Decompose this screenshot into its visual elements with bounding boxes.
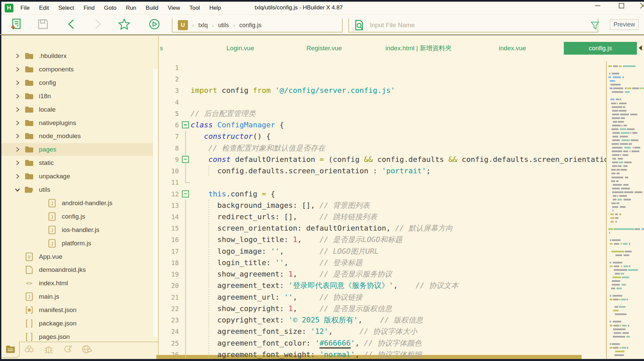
- minimap-line: [621, 132, 630, 134]
- tree-item--hbuilderx[interactable]: .hbuilderx: [1, 50, 158, 62]
- tree-item-utils[interactable]: utils: [1, 183, 158, 196]
- fold-collapse-icon[interactable]: [182, 121, 189, 128]
- file-explorer: .hbuilderxcomponentsconfigi18nlocalenati…: [1, 35, 159, 359]
- fold-collapse-icon[interactable]: [182, 156, 189, 163]
- panel-tab-search-icon[interactable]: [24, 345, 34, 354]
- sidebar-scrollbar[interactable]: [153, 69, 158, 337]
- menu-select[interactable]: Select: [58, 5, 74, 11]
- svg-text:J: J: [51, 214, 53, 220]
- minimap-line: [612, 154, 620, 156]
- save-button[interactable]: [36, 17, 50, 31]
- tree-item-unpackage[interactable]: unpackage: [1, 170, 158, 183]
- tree-item-config[interactable]: config: [1, 76, 158, 89]
- minimap-line: [610, 87, 612, 89]
- folder-icon: [24, 106, 34, 114]
- chevron-right-icon: ›: [192, 22, 194, 28]
- tree-item-app-vue[interactable]: VApp.vue: [1, 250, 158, 263]
- tree-item-i18n[interactable]: i18n: [1, 90, 158, 103]
- preview-button[interactable]: Preview: [610, 19, 639, 30]
- forward-button[interactable]: [91, 17, 105, 31]
- folder-open-icon: [24, 186, 34, 194]
- tree-item-nativeplugins[interactable]: nativeplugins: [1, 117, 158, 129]
- minimap-line: [625, 87, 627, 89]
- line-number: 5: [159, 108, 179, 119]
- tree-item-static[interactable]: static: [1, 157, 158, 169]
- minimap-line: [622, 347, 626, 349]
- tree-item-package-json[interactable]: package.json: [1, 317, 158, 330]
- minimap-line: [610, 321, 611, 322]
- folder-icon: [24, 65, 34, 73]
- breadcrumb-file[interactable]: config.js: [239, 22, 261, 29]
- search-input[interactable]: Input File Name: [370, 21, 415, 29]
- line-number: 21: [159, 292, 179, 303]
- menu-edit[interactable]: Edit: [39, 5, 49, 11]
- minimap-line: [611, 169, 616, 171]
- file-search-box[interactable]: Input File Name: [348, 18, 598, 33]
- maximize-button[interactable]: [614, 0, 629, 11]
- minimap-line: [610, 214, 614, 215]
- minimap-line: [642, 228, 644, 230]
- tree-item-config-js[interactable]: Jconfig.js: [1, 210, 158, 223]
- minimap-line: [616, 173, 620, 174]
- gear-icon: [24, 306, 34, 314]
- code-area[interactable]: 123import config from '@/config/server.c…: [159, 35, 606, 359]
- line-number: 12: [159, 188, 179, 200]
- tree-item-platform-js[interactable]: Jplatform.js: [1, 237, 158, 250]
- line-number: 1: [159, 62, 179, 73]
- run-button[interactable]: [148, 17, 161, 31]
- minimap-line: [624, 162, 631, 163]
- minimap-line: [613, 325, 619, 326]
- menu-file[interactable]: File: [20, 5, 30, 11]
- tree-item-pages[interactable]: pages: [1, 143, 158, 156]
- menu-view[interactable]: View: [168, 5, 180, 11]
- minimize-button[interactable]: [590, 0, 605, 11]
- fold-collapse-icon[interactable]: [182, 190, 189, 197]
- tree-item-locale[interactable]: locale: [1, 103, 158, 116]
- panel-tab-files-icon[interactable]: [5, 345, 15, 354]
- menu-tool[interactable]: Tool: [189, 5, 200, 11]
- svg-text:J: J: [51, 228, 53, 233]
- tree-item-android-handler-js[interactable]: Jandroid-handler.js: [1, 197, 158, 209]
- panel-tab-network-icon[interactable]: [82, 345, 92, 354]
- tree-item-index-html[interactable]: <>index.html: [1, 277, 158, 290]
- folder-icon: [24, 92, 34, 100]
- menu-find[interactable]: Find: [84, 5, 95, 11]
- tree-item-node-modules[interactable]: node_modules: [1, 130, 158, 142]
- minimap-line: [620, 347, 621, 349]
- minimap-line: [632, 151, 639, 152]
- new-file-button[interactable]: [9, 17, 23, 31]
- minimap-line: [622, 139, 630, 141]
- minimap-line: [622, 125, 623, 126]
- panel-tab-sync-icon[interactable]: [63, 345, 73, 354]
- close-button[interactable]: [635, 0, 644, 11]
- menu-goto[interactable]: Goto: [104, 5, 116, 11]
- tree-item-components[interactable]: components: [1, 63, 158, 76]
- tree-item-main-js[interactable]: Jmain.js: [1, 290, 158, 303]
- menu-run[interactable]: Run: [126, 5, 136, 11]
- minimap-line: [616, 169, 620, 171]
- menu-build[interactable]: Build: [146, 5, 158, 11]
- minimap-line: [612, 162, 618, 163]
- panel-tab-debug-icon[interactable]: [44, 345, 54, 354]
- minimap-line: [618, 158, 623, 160]
- minimap-line: [627, 299, 628, 300]
- menu-help[interactable]: Help: [209, 5, 221, 11]
- favorite-star-button[interactable]: [117, 17, 131, 31]
- tab-scroll-left-icon[interactable]: [639, 45, 642, 51]
- minimap-line: [610, 325, 612, 326]
- code-line-7: constructor() {: [191, 131, 270, 142]
- breadcrumb-folder[interactable]: utils: [218, 22, 229, 29]
- minimap-line: [619, 110, 627, 112]
- code-line-16: show_logo_title: 1, // 是否显示LOGO和标题: [191, 234, 402, 245]
- back-button[interactable]: [64, 17, 78, 31]
- breadcrumb-project[interactable]: txlq: [198, 22, 208, 29]
- tree-item-demoandroid-jks[interactable]: demoandroid.jks: [1, 263, 158, 276]
- minimap-line: [635, 191, 642, 193]
- filter-icon[interactable]: [588, 19, 602, 32]
- minimap-line: [612, 114, 619, 115]
- line-number: 19: [159, 268, 179, 280]
- code-line-15: screen_orientation: defaultOrientation, …: [191, 223, 453, 234]
- minimap[interactable]: [608, 64, 644, 359]
- tree-item-ios-handler-js[interactable]: Jios-handler.js: [1, 224, 158, 236]
- tree-item-manifest-json[interactable]: manifest.json: [1, 304, 158, 316]
